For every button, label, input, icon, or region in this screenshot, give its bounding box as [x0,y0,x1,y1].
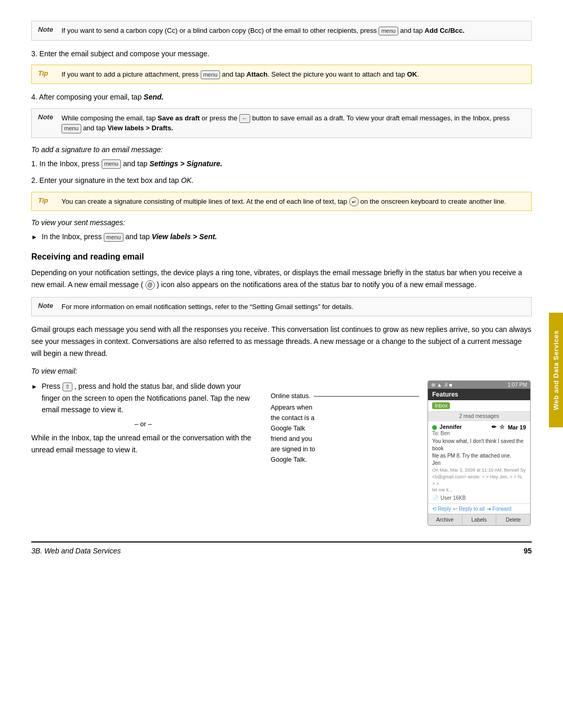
delete-btn[interactable]: Delete [496,514,530,525]
tip-label-1: Tip [38,69,56,77]
phone-email-sender-row: Jennifer ✏ ☆ Mar 19 [432,424,526,430]
menu-key-sig1: menu [102,159,121,168]
email-body-line3: Jen [432,460,526,467]
reply-action: ⟲ Reply [432,506,451,512]
edit-icon: ✏ [492,424,496,430]
email-quoted-1: On Mar, Mar 3, 2009 at 11:10 AM, Bennet … [432,467,526,474]
back-key: ← [239,114,250,123]
annotation-online: Online status. [271,391,419,401]
archive-btn[interactable]: Archive [428,514,462,525]
phone-header-text: Features [432,391,458,398]
attach-bold: Attach [247,70,267,78]
online-dot [432,425,437,430]
ann-line5: friend and you [271,435,312,442]
forward-action: ➜ Forward [487,506,511,512]
footer-page: 95 [523,547,532,555]
phone-screenshot: ⊕ ▲ .il ■ 1:07 PM Features Inbox [427,380,532,525]
sig-step-1: 1. In the Inbox, press menu and tap Sett… [31,158,532,169]
note-content-1: If you want to send a carbon copy (Cc) o… [62,26,464,36]
note-box-1: Note If you want to send a carbon copy (… [31,21,532,41]
receiving-heading: Receiving and reading email [31,252,532,262]
phone-actions: ⟲ Reply ↩ Reply to all ➜ Forward [428,504,530,514]
ann-line2: Appears when [271,404,312,411]
tip-box-1: Tip If you want to add a picture attachm… [31,65,532,84]
note-label-1: Note [38,26,56,33]
sent-heading: To view your sent messages: [31,218,532,227]
tip-content-1: If you want to add a picture attachment,… [62,69,419,80]
email-body-line1: You know what, I don't think I saved the… [432,438,526,452]
footer-chapter: 3B. Web and Data Services [31,547,121,555]
reply-all-action: ↩ Reply to all [453,506,484,512]
phone-email-to: To: Ben [432,430,526,436]
step-4: 4. After composing your email, tap Send. [31,91,532,103]
page-container: Note If you want to send a carbon copy (… [0,0,563,586]
while-text: While in the Inbox, tap the unread email… [31,432,255,456]
ok-bold-1: OK [407,70,418,78]
annotation-appears: Appears when the contact is a Google Tal… [271,402,419,465]
phone-email-date-icons: ✏ ☆ Mar 19 [492,424,526,430]
sent-bullet: ► In the Inbox, press menu and tap View … [31,231,532,242]
view-labels-drafts-bold: View labels > Drafts. [107,124,173,132]
email-date: Mar 19 [508,424,526,430]
receiving-para2: Gmail groups each message you send with … [31,324,532,360]
send-bold: Send. [144,93,164,101]
view-email-bullet-text: Press ⇧ , press and hold the status bar,… [42,380,255,415]
col-annotations: Online status. Appears when the contact … [271,380,419,525]
star-icon: ☆ [499,424,505,430]
email-body-line2: file as PM 8. Try the attached one. [432,452,526,460]
enter-key-icon: ↵ [349,197,359,206]
status-icon-antenna: ⊕ [431,382,435,388]
ann-line3: the contact is a [271,414,314,422]
gmail-icon: @ [145,280,155,290]
sender-name-text: Jennifer [439,424,462,430]
tip-content-2: You can create a signature consisting of… [62,196,506,207]
view-email-bullet: ► Press ⇧ , press and hold the status ba… [31,380,255,415]
status-icon-battery: ■ [449,382,452,388]
labels-btn[interactable]: Labels [462,514,497,525]
settings-signature-bold: Settings > Signature. [150,159,223,168]
tip-label-2: Tip [38,196,56,204]
menu-key-note2: menu [62,124,81,133]
page-footer: 3B. Web and Data Services 95 [31,541,532,555]
save-draft-bold: Save as draft [157,114,200,122]
note-content-2: While composing the email, tap Save as d… [62,113,525,133]
two-col-section: ► Press ⇧ , press and hold the status ba… [31,380,532,525]
phone-header: Features [428,389,530,400]
annotation-online-text: Online status. [271,391,310,401]
note-label-2: Note [38,113,56,121]
step-3: 3. Enter the email subject and compose y… [31,48,532,59]
phone-email-row: Jennifer ✏ ☆ Mar 19 To: Ben You know wha… [428,421,530,503]
add-cc-bcc-bold: Add Cc/Bcc. [425,27,465,34]
note-box-2: Note While composing the email, tap Save… [31,108,532,138]
sig-step-2: 2. Enter your signature in the text box … [31,175,532,186]
phone-email-body: You know what, I don't think I saved the… [432,438,526,493]
side-tab: Web and Data Services [549,313,563,427]
ok-italic: OK. [181,176,193,184]
ann-line6: are signed in to [271,446,315,453]
phone-sender-name: Jennifer [432,424,462,430]
phone-status-icons: ⊕ ▲ .il ■ [431,382,452,388]
phone-attachment: 📄 User 16KB [432,495,526,501]
note-box-3: Note For more information on email notif… [31,297,532,317]
signature-heading: To add a signature to an email message: [31,145,532,154]
attachment-text: User 16KB [440,495,466,501]
phone-status-bar: ⊕ ▲ .il ■ 1:07 PM [428,381,530,389]
col-right-wrapper: Online status. Appears when the contact … [271,380,532,525]
status-icon-bars: .il [444,382,447,388]
note-content-3: For more information on email notificati… [62,302,353,312]
status-time: 1:07 PM [508,382,527,388]
sent-bullet-text: In the Inbox, press menu and tap View la… [42,231,217,242]
phone-screen: ⊕ ▲ .il ■ 1:07 PM Features Inbox [427,380,531,525]
phone-inbox-badge: Inbox [432,402,450,409]
ann-line7: Google Talk. [271,456,307,463]
note-label-3: Note [38,302,56,310]
home-key-icon: ⇧ [63,382,72,391]
phone-footer-btns: Archive Labels Delete [428,514,530,525]
status-icon-signal: ▲ [437,382,442,388]
view-email-heading: To view email: [31,367,532,375]
menu-key-sent: menu [104,233,124,242]
menu-key-1: menu [378,27,398,35]
receiving-para1: Depending on your notification settings,… [31,267,532,291]
email-quoted-2: <b@gmail.com> wrote: > > Hey Jen, > > hi… [432,474,526,487]
bullet-triangle-sent: ► [31,232,39,242]
